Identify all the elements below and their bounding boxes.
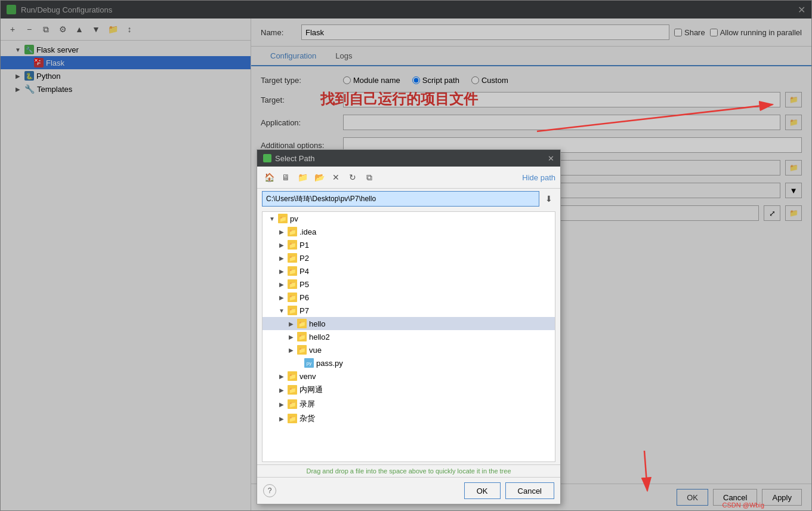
dialog-home-button[interactable]: 🏠 bbox=[262, 170, 276, 184]
dialog-copy-button[interactable]: ⧉ bbox=[362, 170, 376, 184]
tree-item-vue[interactable]: ▶ 📁 vue bbox=[263, 343, 555, 356]
dialog-bottom: ? OK Cancel bbox=[257, 477, 560, 504]
p1-arrow: ▶ bbox=[277, 242, 286, 248]
tree-item-zahuo[interactable]: ▶ 📁 杂货 bbox=[263, 411, 555, 426]
idea-label: .idea bbox=[300, 227, 316, 236]
dialog-title-left: Select Path bbox=[263, 154, 315, 163]
neiwangtong-label: 内网通 bbox=[300, 384, 323, 395]
pv-label: pv bbox=[290, 214, 298, 223]
venv-arrow: ▶ bbox=[277, 373, 286, 380]
tree-item-passpy[interactable]: py pass.py bbox=[263, 356, 555, 370]
hello-label: hello bbox=[309, 319, 325, 328]
p5-arrow: ▶ bbox=[277, 281, 286, 288]
p4-folder-icon: 📁 bbox=[288, 266, 297, 276]
dialog-buttons: OK Cancel bbox=[464, 482, 554, 499]
dialog-toolbar: 🏠 🖥 📁 📂 ✕ ↻ ⧉ Hide path bbox=[257, 167, 560, 189]
pv-arrow: ▼ bbox=[267, 216, 277, 222]
select-path-dialog: Select Path ✕ 🏠 🖥 📁 📂 ✕ ↻ ⧉ Hide path ⬇ … bbox=[257, 149, 561, 504]
p5-label: P5 bbox=[300, 280, 309, 289]
venv-folder-icon: 📁 bbox=[288, 371, 297, 381]
dialog-new-folder-button[interactable]: 📂 bbox=[312, 170, 326, 184]
p4-arrow: ▶ bbox=[277, 268, 286, 275]
hello-folder-icon: 📁 bbox=[297, 319, 307, 328]
tree-item-hello[interactable]: ▶ 📁 hello bbox=[263, 317, 555, 330]
neiwangtong-folder-icon: 📁 bbox=[288, 385, 297, 395]
hide-path-link[interactable]: Hide path bbox=[522, 173, 555, 182]
p6-arrow: ▶ bbox=[277, 294, 286, 301]
idea-folder-icon: 📁 bbox=[288, 227, 297, 236]
dialog-hint: Drag and drop a file into the space abov… bbox=[257, 464, 560, 477]
dialog-title: Select Path bbox=[275, 154, 315, 163]
neiwangtong-arrow: ▶ bbox=[277, 387, 286, 393]
dialog-delete-button[interactable]: ✕ bbox=[329, 170, 343, 184]
passpy-file-icon: py bbox=[304, 358, 314, 368]
dialog-download-button[interactable]: ⬇ bbox=[542, 192, 555, 206]
tree-item-venv[interactable]: ▶ 📁 venv bbox=[263, 370, 555, 383]
dialog-icon bbox=[263, 154, 271, 162]
idea-arrow: ▶ bbox=[277, 229, 286, 235]
hello2-arrow: ▶ bbox=[286, 334, 296, 340]
p7-arrow: ▼ bbox=[277, 307, 286, 314]
tree-item-p2[interactable]: ▶ 📁 P2 bbox=[263, 251, 555, 264]
pv-folder-icon: 📁 bbox=[278, 214, 288, 223]
dialog-help-icon[interactable]: ? bbox=[263, 484, 276, 497]
dialog-cancel-button[interactable]: Cancel bbox=[505, 482, 554, 499]
tree-item-p5[interactable]: ▶ 📁 P5 bbox=[263, 278, 555, 291]
luping-label: 录屏 bbox=[300, 399, 315, 410]
zahuo-arrow: ▶ bbox=[277, 415, 286, 422]
tree-item-idea[interactable]: ▶ 📁 .idea bbox=[263, 225, 555, 238]
vue-label: vue bbox=[309, 346, 322, 355]
watermark: CSDN @Wbig bbox=[723, 501, 764, 509]
luping-arrow: ▶ bbox=[277, 401, 286, 408]
tree-item-luping[interactable]: ▶ 📁 录屏 bbox=[263, 397, 555, 411]
zahuo-folder-icon: 📁 bbox=[288, 414, 297, 423]
p6-folder-icon: 📁 bbox=[288, 293, 297, 302]
dialog-close-icon[interactable]: ✕ bbox=[548, 154, 554, 163]
dialog-path-input[interactable] bbox=[262, 191, 539, 207]
tree-item-hello2[interactable]: ▶ 📁 hello2 bbox=[263, 330, 555, 343]
p7-folder-icon: 📁 bbox=[288, 306, 297, 315]
p2-label: P2 bbox=[300, 254, 309, 263]
p7-label: P7 bbox=[300, 306, 309, 315]
dialog-path-bar: ⬇ bbox=[257, 189, 560, 209]
dialog-title-bar: Select Path ✕ bbox=[257, 150, 560, 167]
p6-label: P6 bbox=[300, 293, 309, 302]
tree-item-p4[interactable]: ▶ 📁 P4 bbox=[263, 264, 555, 278]
zahuo-label: 杂货 bbox=[300, 413, 315, 424]
p5-folder-icon: 📁 bbox=[288, 279, 297, 289]
p2-arrow: ▶ bbox=[277, 255, 286, 261]
tree-item-pv[interactable]: ▼ 📁 pv bbox=[263, 212, 555, 225]
luping-folder-icon: 📁 bbox=[288, 399, 297, 409]
passpy-label: pass.py bbox=[316, 359, 343, 368]
dialog-tree[interactable]: ▼ 📁 pv ▶ 📁 .idea ▶ 📁 P1 ▶ 📁 P2 ▶ 📁 P4 bbox=[262, 211, 555, 462]
hello2-label: hello2 bbox=[309, 333, 330, 341]
tree-item-neiwangtong[interactable]: ▶ 📁 内网通 bbox=[263, 383, 555, 397]
dialog-refresh-button[interactable]: ↻ bbox=[345, 170, 360, 184]
dialog-folder-button[interactable]: 📁 bbox=[295, 170, 310, 184]
tree-item-p7[interactable]: ▼ 📁 P7 bbox=[263, 304, 555, 317]
hello2-folder-icon: 📁 bbox=[297, 332, 307, 341]
p2-folder-icon: 📁 bbox=[288, 253, 297, 263]
p1-label: P1 bbox=[300, 241, 309, 250]
tree-item-p1[interactable]: ▶ 📁 P1 bbox=[263, 238, 555, 251]
p4-label: P4 bbox=[300, 267, 309, 276]
dialog-desktop-button[interactable]: 🖥 bbox=[279, 170, 293, 184]
vue-arrow: ▶ bbox=[286, 347, 296, 353]
dialog-ok-button[interactable]: OK bbox=[464, 482, 501, 499]
hello-arrow: ▶ bbox=[286, 321, 296, 327]
p1-folder-icon: 📁 bbox=[288, 240, 297, 250]
tree-item-p6[interactable]: ▶ 📁 P6 bbox=[263, 291, 555, 304]
venv-label: venv bbox=[300, 372, 316, 381]
vue-folder-icon: 📁 bbox=[297, 345, 307, 355]
